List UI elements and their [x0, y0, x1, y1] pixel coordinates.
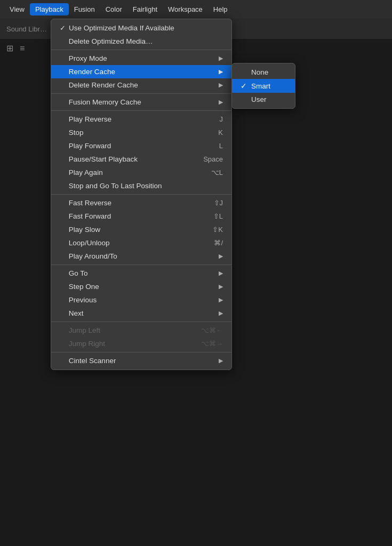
menu-item-loop-unloop[interactable]: Loop/Unloop ⌘/ [51, 236, 231, 250]
submenu-item-smart[interactable]: ✓ Smart [232, 79, 295, 93]
checkmark-smart: ✓ [241, 82, 248, 90]
menu-item-play-around-to[interactable]: Play Around/To ▶ [51, 250, 231, 263]
arrow-render-cache: ▶ [219, 68, 223, 75]
label-cintel-scanner: Cintel Scanner [69, 357, 214, 365]
playback-dropdown: ✓ Use Optimized Media If Available Delet… [51, 19, 232, 370]
checkmark-play-around-to [60, 252, 66, 260]
checkmark-play-slow [60, 226, 66, 234]
label-pause-start: Pause/Start Playback [69, 155, 187, 163]
label-previous: Previous [69, 296, 214, 304]
arrow-cintel-scanner: ▶ [219, 357, 223, 364]
shortcut-play-slow: ⇧K [212, 226, 223, 234]
checkmark-next [60, 309, 66, 317]
menu-item-delete-optimized[interactable]: Delete Optimized Media… [51, 35, 231, 48]
arrow-previous: ▶ [219, 296, 223, 303]
menu-item-fast-forward[interactable]: Fast Forward ⇧L [51, 210, 231, 223]
checkmark-fast-forward [60, 212, 66, 220]
submenu-item-user[interactable]: User [232, 93, 295, 106]
arrow-delete-render-cache: ▶ [219, 82, 223, 89]
checkmark-play-forward [60, 142, 66, 150]
menu-view[interactable]: View [4, 3, 30, 15]
menu-item-delete-render-cache[interactable]: Delete Render Cache ▶ [51, 78, 231, 92]
menu-item-play-forward[interactable]: Play Forward L [51, 139, 231, 152]
menu-item-stop[interactable]: Stop K [51, 126, 231, 139]
divider-5 [51, 264, 231, 265]
label-play-forward: Play Forward [69, 142, 203, 150]
shortcut-fast-reverse: ⇧J [214, 199, 223, 207]
checkmark-render-cache [60, 68, 66, 76]
menu-playback[interactable]: Playback [30, 3, 69, 15]
render-cache-wrapper: Render Cache ▶ None ✓ Smart User [51, 65, 231, 78]
shortcut-stop: K [218, 129, 223, 136]
arrow-fusion-memory-cache: ▶ [219, 99, 223, 106]
arrow-step-one: ▶ [219, 283, 223, 290]
checkmark-go-to [60, 269, 66, 277]
checkmark-loop-unloop [60, 239, 66, 247]
menu-item-jump-left: Jump Left ⌥⌘← [51, 324, 231, 337]
label-jump-left: Jump Left [69, 326, 185, 334]
menu-help[interactable]: Help [208, 3, 233, 15]
checkmark-none [241, 68, 248, 76]
menubar: View Playback Fusion Color Fairlight Wor… [0, 0, 392, 19]
label-loop-unloop: Loop/Unloop [69, 239, 198, 247]
menu-item-step-one[interactable]: Step One ▶ [51, 280, 231, 293]
label-play-again: Play Again [69, 168, 195, 176]
checkmark-stop-go-last [60, 182, 66, 190]
menu-item-play-slow[interactable]: Play Slow ⇧K [51, 223, 231, 236]
menu-color[interactable]: Color [100, 3, 127, 15]
sound-library-label: Sound Libr… [6, 25, 47, 33]
checkmark-proxy-mode [60, 54, 66, 62]
menu-item-proxy-mode[interactable]: Proxy Mode ▶ [51, 52, 231, 65]
divider-1 [51, 50, 231, 50]
label-render-cache: Render Cache [69, 68, 214, 76]
label-none: None [251, 68, 268, 76]
divider-6 [51, 322, 231, 322]
checkmark-play-again [60, 168, 66, 176]
arrow-proxy-mode: ▶ [219, 55, 223, 62]
submenu-item-none[interactable]: None [232, 66, 295, 79]
shortcut-jump-right: ⌥⌘→ [201, 340, 223, 348]
arrow-next: ▶ [219, 310, 223, 317]
list-view-icon[interactable]: ≡ [20, 44, 25, 53]
checkmark-fast-reverse [60, 199, 66, 207]
menu-item-play-reverse[interactable]: Play Reverse J [51, 113, 231, 126]
label-stop: Stop [69, 129, 202, 136]
checkmark-step-one [60, 283, 66, 291]
checkmark-fusion-memory-cache [60, 98, 66, 106]
checkmark-use-optimized: ✓ [60, 24, 66, 32]
menu-item-fast-reverse[interactable]: Fast Reverse ⇧J [51, 196, 231, 210]
menu-fusion[interactable]: Fusion [69, 3, 100, 15]
menu-item-play-again[interactable]: Play Again ⌥L [51, 166, 231, 179]
divider-3 [51, 110, 231, 111]
shortcut-fast-forward: ⇧L [213, 212, 223, 220]
menu-item-use-optimized[interactable]: ✓ Use Optimized Media If Available [51, 21, 231, 35]
checkmark-play-reverse [60, 115, 66, 123]
label-play-around-to: Play Around/To [69, 252, 214, 260]
label-delete-render-cache: Delete Render Cache [69, 81, 214, 89]
label-delete-optimized: Delete Optimized Media… [69, 37, 223, 45]
checkmark-delete-optimized [60, 37, 66, 45]
label-proxy-mode: Proxy Mode [69, 54, 214, 62]
menu-workspace[interactable]: Workspace [163, 3, 208, 15]
menu-item-pause-start[interactable]: Pause/Start Playback Space [51, 152, 231, 166]
checkmark-jump-left [60, 326, 66, 334]
label-use-optimized: Use Optimized Media If Available [69, 24, 223, 32]
menu-item-go-to[interactable]: Go To ▶ [51, 267, 231, 280]
label-next: Next [69, 309, 214, 317]
label-jump-right: Jump Right [69, 340, 185, 348]
shortcut-loop-unloop: ⌘/ [214, 239, 223, 247]
checkmark-stop [60, 129, 66, 136]
menu-item-previous[interactable]: Previous ▶ [51, 293, 231, 307]
grid-view-icon[interactable]: ⊞ [6, 43, 13, 53]
checkmark-previous [60, 296, 66, 304]
menu-item-fusion-memory-cache[interactable]: Fusion Memory Cache ▶ [51, 95, 231, 109]
menu-item-stop-go-last[interactable]: Stop and Go To Last Position [51, 179, 231, 192]
menu-item-next[interactable]: Next ▶ [51, 307, 231, 320]
menu-item-cintel-scanner[interactable]: Cintel Scanner ▶ [51, 354, 231, 367]
divider-4 [51, 194, 231, 195]
menu-item-render-cache[interactable]: Render Cache ▶ [51, 65, 231, 78]
arrow-go-to: ▶ [219, 270, 223, 277]
shortcut-play-again: ⌥L [211, 168, 223, 176]
checkmark-delete-render-cache [60, 81, 66, 89]
menu-fairlight[interactable]: Fairlight [127, 3, 163, 15]
